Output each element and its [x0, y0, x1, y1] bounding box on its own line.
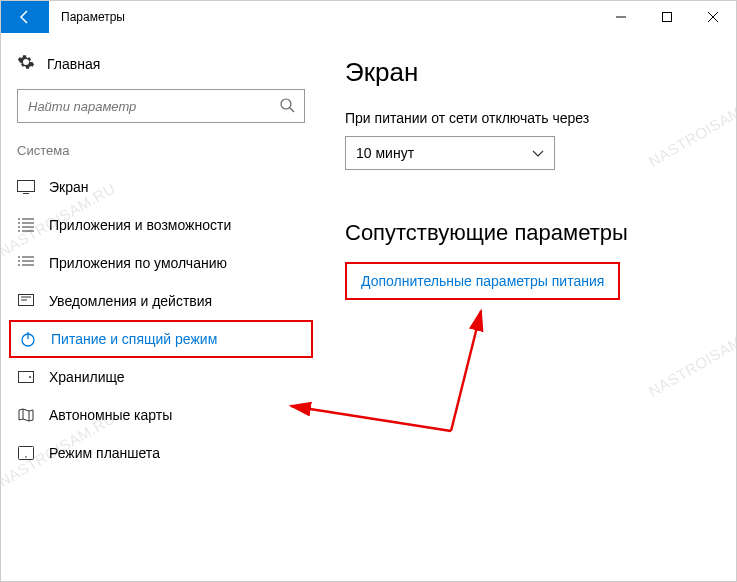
sidebar-item-label: Экран	[49, 179, 89, 195]
annotation-box: Дополнительные параметры питания	[345, 262, 620, 300]
titlebar: Параметры	[1, 1, 736, 33]
map-icon	[17, 408, 35, 422]
select-value: 10 минут	[356, 145, 414, 161]
category-label: Система	[1, 137, 321, 168]
sidebar-item-power-sleep[interactable]: Питание и спящий режим	[9, 320, 313, 358]
sidebar-item-default-apps[interactable]: Приложения по умолчанию	[1, 244, 321, 282]
sidebar-item-label: Хранилище	[49, 369, 125, 385]
chevron-down-icon	[532, 145, 544, 161]
sidebar-item-label: Приложения и возможности	[49, 217, 231, 233]
home-label: Главная	[47, 56, 100, 72]
sidebar-item-label: Питание и спящий режим	[51, 331, 217, 347]
sidebar-item-offline-maps[interactable]: Автономные карты	[1, 396, 321, 434]
sidebar: Главная Система Экран Приложения и возмо…	[1, 33, 321, 581]
maximize-button[interactable]	[644, 1, 690, 33]
power-icon	[19, 331, 37, 347]
window-title: Параметры	[49, 1, 598, 33]
svg-rect-0	[663, 13, 672, 22]
field-label: При питании от сети отключать через	[345, 110, 712, 126]
main-panel: Экран При питании от сети отключать чере…	[321, 33, 736, 581]
maximize-icon	[662, 12, 672, 22]
sidebar-item-display[interactable]: Экран	[1, 168, 321, 206]
close-button[interactable]	[690, 1, 736, 33]
additional-power-link[interactable]: Дополнительные параметры питания	[361, 273, 604, 289]
back-button[interactable]	[1, 1, 49, 33]
content: Главная Система Экран Приложения и возмо…	[1, 33, 736, 581]
svg-rect-2	[18, 181, 35, 192]
minimize-icon	[616, 12, 626, 22]
sidebar-item-label: Приложения по умолчанию	[49, 255, 227, 271]
sidebar-item-storage[interactable]: Хранилище	[1, 358, 321, 396]
sidebar-item-notifications[interactable]: Уведомления и действия	[1, 282, 321, 320]
svg-point-1	[281, 99, 291, 109]
search-icon	[279, 97, 295, 117]
window-controls	[598, 1, 736, 33]
monitor-icon	[17, 180, 35, 194]
svg-rect-5	[19, 372, 34, 383]
section-heading: Экран	[345, 57, 712, 88]
related-heading: Сопутствующие параметры	[345, 220, 712, 246]
close-icon	[708, 12, 718, 22]
search-wrap	[1, 89, 321, 137]
timeout-select[interactable]: 10 минут	[345, 136, 555, 170]
storage-icon	[17, 371, 35, 383]
notification-icon	[17, 294, 35, 308]
svg-point-6	[29, 376, 31, 378]
defaults-icon	[17, 256, 35, 270]
search-input[interactable]	[17, 89, 305, 123]
home-row[interactable]: Главная	[1, 45, 321, 89]
minimize-button[interactable]	[598, 1, 644, 33]
arrow-left-icon	[17, 9, 33, 25]
sidebar-item-label: Уведомления и действия	[49, 293, 212, 309]
gear-icon	[17, 53, 35, 75]
